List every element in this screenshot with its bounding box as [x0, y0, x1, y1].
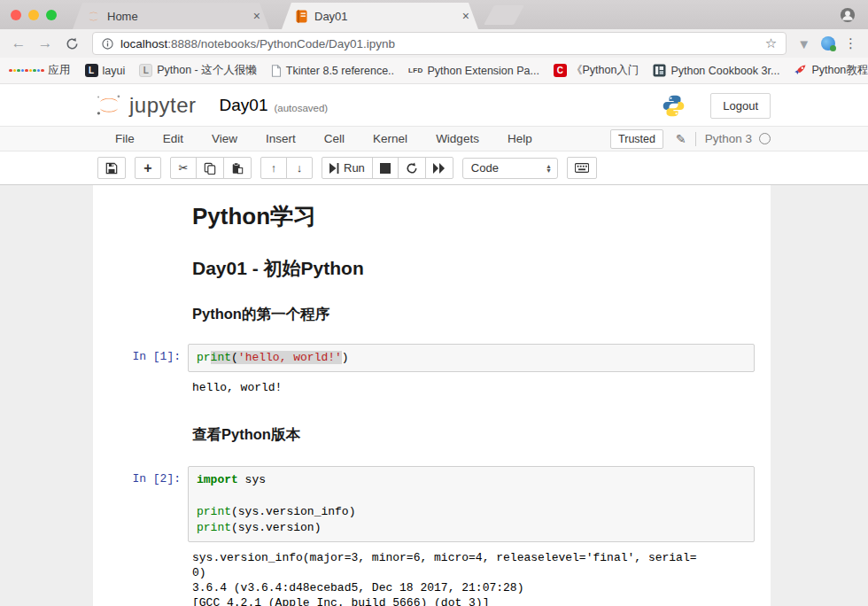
url-host: localhost	[120, 37, 167, 50]
section-heading: Day01 - 初始Python	[192, 256, 755, 281]
bookmarks-bar: 应用 L layui L Python - 这个人很懒 Tkinter 8.5 …	[0, 58, 868, 84]
bookmark-label: Python - 这个人很懒	[157, 63, 257, 78]
code-cell-2[interactable]: In [2]: import sys print(sys.version_inf…	[93, 466, 771, 606]
code-cell-1[interactable]: In [1]: print('hello, world!') hello, wo…	[93, 344, 771, 395]
cell-type-value: Code	[471, 161, 499, 175]
bookmark-label: Tkinter 8.5 reference..	[286, 65, 394, 77]
bookmark-python-lazy[interactable]: L Python - 这个人很懒	[139, 63, 257, 78]
bookmark-label: layui	[103, 65, 126, 77]
menu-file[interactable]: File	[101, 132, 149, 145]
pencil-icon: ✎	[676, 132, 686, 146]
bookmark-cookbook[interactable]: Python Cookbook 3r...	[653, 64, 779, 77]
cell-output: sys.version_info(major=3, minor=6, micro…	[188, 542, 755, 606]
reload-icon[interactable]	[60, 32, 83, 55]
new-tab-button[interactable]	[484, 5, 524, 25]
bookmark-python-tutorial[interactable]: Python教程	[794, 63, 868, 78]
notebook-title[interactable]: Day01	[220, 96, 268, 115]
bookmark-apps[interactable]: 应用	[9, 63, 71, 78]
kernel-idle-indicator-icon	[759, 133, 771, 144]
zoom-window-icon[interactable]	[46, 10, 57, 20]
menu-widgets[interactable]: Widgets	[422, 132, 493, 145]
tab-home[interactable]: Home ×	[73, 3, 269, 29]
keyboard-icon	[575, 163, 589, 173]
select-arrows-icon: ▲▼	[546, 164, 552, 173]
jupyter-header: jupyter Day01 (autosaved) Logout	[0, 85, 868, 126]
back-arrow-icon[interactable]: ←	[7, 32, 30, 55]
bookmark-star-icon[interactable]: ☆	[765, 35, 777, 51]
cut-cell-button[interactable]: ✂	[170, 157, 197, 179]
notebook-scroll-area[interactable]: Python学习 Day01 - 初始Python Python的第一个程序 I…	[0, 185, 868, 606]
restart-run-all-button[interactable]	[425, 157, 453, 179]
tab-close-icon[interactable]: ×	[253, 9, 260, 23]
save-icon	[105, 162, 118, 175]
code-input[interactable]: print('hello, world!')	[188, 344, 755, 372]
page-title: Python学习	[192, 201, 755, 232]
move-cell-up-button[interactable]: ↑	[260, 157, 287, 179]
v-extension-icon[interactable]: ▼	[797, 36, 810, 51]
bookmark-label: Python教程	[811, 63, 868, 78]
bookmark-label: Python Extension Pa...	[427, 65, 539, 77]
browser-navbar: ← → localhost:8888/notebooks/PythonCode/…	[0, 29, 868, 58]
kernel-name[interactable]: Python 3	[705, 132, 752, 145]
cell-output: hello, world!	[188, 372, 755, 395]
minimize-window-icon[interactable]	[28, 10, 39, 20]
markdown-cell-title[interactable]: Python学习 Day01 - 初始Python Python的第一个程序	[93, 199, 771, 344]
save-button[interactable]	[97, 157, 126, 179]
move-cell-down-button[interactable]: ↓	[286, 157, 313, 179]
jupyter-logo-icon[interactable]	[96, 93, 122, 118]
url-bar[interactable]: localhost:8888/notebooks/PythonCode/Day0…	[92, 32, 787, 55]
menu-view[interactable]: View	[198, 132, 252, 145]
book-grid-icon	[653, 64, 666, 77]
command-palette-button[interactable]	[567, 157, 597, 179]
jupyter-menubar: File Edit View Insert Cell Kernel Widget…	[0, 126, 868, 152]
menu-help[interactable]: Help	[493, 132, 546, 145]
logout-button[interactable]: Logout	[710, 93, 771, 119]
python-logo-icon	[662, 94, 686, 118]
divider	[695, 132, 696, 146]
menu-insert[interactable]: Insert	[252, 132, 310, 145]
overflow-dots-icon[interactable]: ⋮	[844, 35, 857, 51]
fast-forward-icon	[433, 163, 446, 174]
bookmark-layui[interactable]: L layui	[85, 64, 126, 77]
cell-type-select[interactable]: Code ▲▼	[462, 158, 558, 179]
restart-kernel-button[interactable]	[398, 157, 426, 179]
jupyter-logo-text[interactable]: jupyter	[129, 93, 197, 118]
stop-button[interactable]	[372, 157, 399, 179]
profile-icon[interactable]	[840, 7, 856, 23]
tab-label: Home	[107, 10, 246, 23]
menu-cell[interactable]: Cell	[310, 132, 359, 145]
bookmark-label: 应用	[49, 63, 71, 78]
tab-label: Day01	[314, 10, 455, 23]
trusted-button[interactable]: Trusted	[610, 129, 663, 149]
paste-cell-button[interactable]	[223, 157, 252, 179]
code-input[interactable]: import sys print(sys.version_info) print…	[188, 466, 755, 542]
copy-cell-button[interactable]	[196, 157, 224, 179]
stop-icon	[380, 163, 391, 174]
tab-day01[interactable]: Day01 ×	[282, 3, 478, 29]
input-prompt: In [1]:	[93, 344, 188, 395]
bookmark-python-intro[interactable]: C 《Python入门	[554, 63, 639, 78]
bookmark-label: 《Python入门	[571, 63, 639, 78]
browser-window: Home × Day01 × ← →	[0, 0, 868, 606]
run-button[interactable]: Run	[322, 157, 373, 179]
markdown-cell-version[interactable]: 查看Python版本	[93, 413, 771, 466]
paste-icon	[231, 162, 244, 175]
jupyter-toolbar: + ✂ ↑ ↓ Run	[0, 152, 868, 185]
notebook-favicon	[296, 10, 307, 23]
menu-edit[interactable]: Edit	[149, 132, 198, 145]
subsection-heading-first-program: Python的第一个程序	[192, 305, 755, 324]
tab-close-icon[interactable]: ×	[462, 9, 469, 23]
browser-tabstrip: Home × Day01 ×	[0, 0, 868, 29]
bookmark-lfd[interactable]: LFD Python Extension Pa...	[408, 65, 539, 77]
forward-arrow-icon[interactable]: →	[34, 32, 57, 55]
layui-icon: L	[85, 64, 98, 77]
restart-icon	[406, 162, 418, 175]
menu-kernel[interactable]: Kernel	[359, 132, 422, 145]
add-cell-button[interactable]: +	[135, 157, 161, 179]
close-window-icon[interactable]	[11, 10, 21, 20]
rocket-icon	[794, 64, 807, 77]
info-icon[interactable]	[102, 38, 113, 50]
bookmark-label: Python Cookbook 3r...	[670, 65, 779, 77]
globe-extension-icon[interactable]	[821, 36, 835, 50]
bookmark-tkinter[interactable]: Tkinter 8.5 reference..	[271, 65, 394, 77]
